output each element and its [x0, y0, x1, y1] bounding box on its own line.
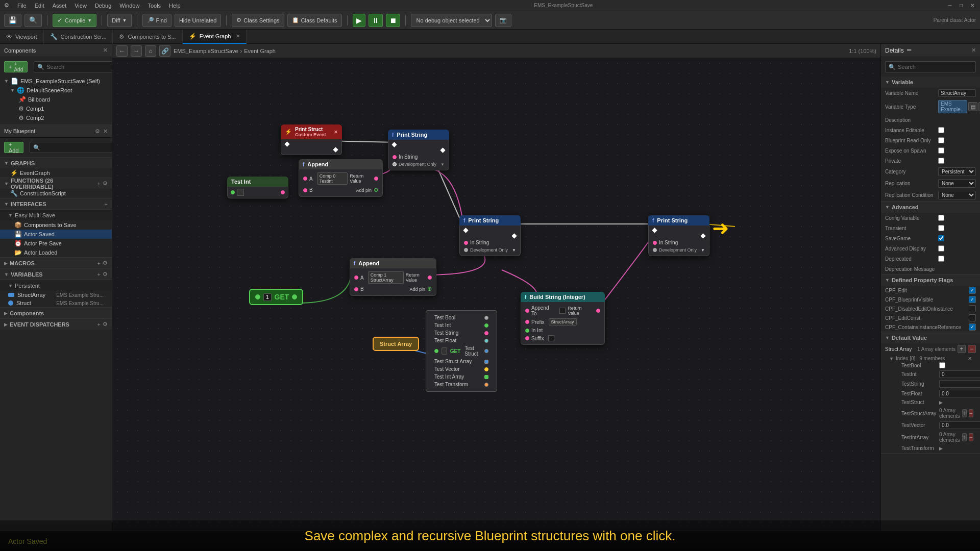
instance-editable-checkbox[interactable] — [938, 127, 944, 133]
breadcrumb-child[interactable]: Event Graph — [244, 48, 276, 54]
nav-forward-button[interactable]: → — [131, 45, 142, 57]
tab-close-icon[interactable]: ✕ — [236, 33, 240, 39]
components-close-button[interactable]: ✕ — [103, 47, 108, 54]
cpf-edit-checkbox[interactable] — [969, 287, 976, 294]
index-0-remove[interactable]: ✕ — [968, 356, 972, 361]
build-string-node[interactable]: f Build String (Integer) Append To Retur… — [521, 292, 605, 345]
tree-default-scene-root[interactable]: ▼ 🌐 DefaultSceneRoot — [0, 86, 112, 95]
menu-file[interactable]: File — [17, 3, 27, 9]
nav-back-button[interactable]: ← — [116, 45, 128, 57]
event-graph-item[interactable]: ⚡ EventGraph — [0, 168, 112, 178]
menu-window[interactable]: Window — [119, 3, 139, 9]
functions-add-icon[interactable]: + — [97, 181, 101, 187]
test-int-node[interactable]: Test Int — [227, 177, 288, 198]
debug-extra-button[interactable]: 📷 — [495, 14, 511, 27]
minimize-button[interactable]: ─ — [946, 2, 953, 9]
browse-button[interactable]: 🔍 — [24, 14, 42, 27]
details-search-input[interactable] — [898, 64, 972, 70]
macros-section-header[interactable]: ▶ MACROS + ⚙ — [0, 257, 112, 268]
add-blueprint-button[interactable]: + Add — [4, 142, 23, 153]
cpf-edit-const-checkbox[interactable] — [969, 314, 976, 321]
debug-object-select[interactable]: No debug object selected — [411, 14, 492, 27]
advanced-display-checkbox[interactable] — [938, 245, 944, 252]
teststructarray-remove-btn[interactable]: − — [969, 409, 973, 417]
variables-add-icon[interactable]: + — [97, 271, 101, 278]
advanced-section-header[interactable]: ▼ Advanced — [881, 202, 980, 213]
append-2-node[interactable]: f Append A Comp 1 StructArray Return Val… — [350, 258, 436, 296]
property-flags-header[interactable]: ▼ Defined Property Flags — [881, 274, 980, 286]
hide-unrelated-button[interactable]: Hide Unrelated — [175, 14, 221, 27]
macros-add-icon[interactable]: + — [97, 260, 101, 266]
print-string-2-node[interactable]: f Print String In String — [459, 215, 521, 256]
breadcrumb-root[interactable]: EMS_ExampleStructSave — [174, 48, 238, 54]
private-checkbox[interactable] — [938, 158, 944, 164]
print-string-3-node[interactable]: f Print String In String — [648, 215, 709, 256]
compile-button[interactable]: ✓ Compile ▼ — [53, 14, 96, 27]
functions-section-header[interactable]: ▼ FUNCTIONS (26 OVERRIDABLE) + ⚙ — [0, 178, 112, 189]
save-button[interactable]: 💾 — [4, 14, 21, 27]
component-search-input[interactable] — [46, 64, 112, 70]
expose-on-spawn-checkbox[interactable] — [938, 147, 944, 154]
get-1-node[interactable]: 1 GET — [249, 289, 303, 305]
pause-button[interactable]: ⏸ — [369, 14, 383, 27]
default-value-header[interactable]: ▼ Default Value — [881, 332, 980, 343]
tree-comp2[interactable]: ⚙ Comp2 — [0, 113, 112, 122]
print-string-1-node[interactable]: f Print String In String — [388, 130, 449, 170]
graphs-section-header[interactable]: ▼ GRAPHS — [0, 157, 112, 168]
event-dispatchers-header[interactable]: ▶ EVENT DISPATCHERS + ⚙ — [0, 318, 112, 330]
variable-section-header[interactable]: ▼ Variable — [881, 77, 980, 88]
cpf-contains-instance-checkbox[interactable] — [969, 323, 976, 331]
append-1-node[interactable]: f Append A Comp 0 Testint Return Value B — [299, 159, 383, 197]
struct-array-variable[interactable]: StructArray EMS Example Stru... — [0, 291, 112, 299]
actor-loaded-item[interactable]: 📂 Actor Loaded — [0, 248, 112, 257]
menu-help[interactable]: Help — [169, 3, 181, 9]
tab-construction-script[interactable]: 🔧 Construction Scr... — [44, 30, 113, 44]
tab-viewport[interactable]: 👁 Viewport — [0, 30, 44, 44]
components-to-save-item[interactable]: 📦 Components to Save — [0, 220, 112, 230]
category-select[interactable]: Persistent — [938, 167, 976, 176]
teststring-sub-input[interactable] — [939, 380, 980, 388]
deprecated-checkbox[interactable] — [938, 256, 944, 262]
variable-type-box[interactable]: EMS Example... — [938, 100, 967, 113]
variable-name-input[interactable] — [938, 89, 976, 97]
append-2-add-pin[interactable]: Add pin — [409, 287, 425, 292]
struct-variable[interactable]: Struct EMS Example Stru... — [0, 299, 112, 307]
blueprint-search-input[interactable] — [42, 144, 112, 151]
tree-comp1[interactable]: ⚙ Comp1 — [0, 104, 112, 113]
interfaces-add-icon[interactable]: + — [105, 201, 108, 207]
replication-condition-select[interactable]: None — [938, 191, 976, 199]
construction-script-item[interactable]: 🔧 ConstructionScript — [0, 189, 112, 198]
class-defaults-button[interactable]: 📋 Class Defaults — [287, 14, 342, 27]
index-0-header[interactable]: ▼ Index [0] 9 members ✕ — [889, 356, 972, 361]
play-button[interactable]: ▶ — [353, 14, 365, 27]
menu-asset[interactable]: Asset — [53, 3, 67, 9]
print-struct-close[interactable]: ✕ — [334, 130, 338, 135]
menu-tools[interactable]: Tools — [148, 3, 161, 9]
tab-event-graph[interactable]: ⚡ Event Graph ✕ — [183, 30, 247, 44]
details-search-box[interactable]: 🔍 — [885, 61, 976, 72]
nav-home-button[interactable]: ⌂ — [145, 45, 156, 57]
blueprint-canvas[interactable]: ⚡ Print Struct Custom Event ✕ — [112, 58, 880, 531]
save-game-checkbox[interactable] — [938, 235, 944, 241]
interfaces-section-header[interactable]: ▼ INTERFACES + — [0, 198, 112, 209]
cpf-disabled-edit-checkbox[interactable] — [969, 305, 976, 312]
config-variable-checkbox[interactable] — [938, 215, 944, 221]
cpf-blueprint-visible-checkbox[interactable] — [969, 296, 976, 303]
component-search-box[interactable]: 🔍 — [34, 61, 112, 72]
menu-debug[interactable]: Debug — [95, 3, 111, 9]
tab-components-to-s[interactable]: ⚙ Components to S... — [113, 30, 182, 44]
details-close-button[interactable]: ✕ — [971, 47, 976, 54]
diff-button[interactable]: Diff ▼ — [107, 14, 131, 27]
my-blueprint-settings-icon[interactable]: ⚙ — [95, 128, 100, 135]
ps1-dev-dropdown[interactable]: ▼ — [440, 162, 445, 167]
maximize-button[interactable]: □ — [958, 2, 965, 9]
testintarray-remove-btn[interactable]: − — [969, 433, 973, 441]
menu-edit[interactable]: Edit — [35, 3, 44, 9]
ps2-dropdown[interactable]: ▼ — [512, 248, 516, 253]
testbool-sub-checkbox[interactable] — [939, 362, 945, 368]
ed-add-icon[interactable]: + — [97, 321, 101, 328]
testfloat-sub-input[interactable] — [939, 390, 980, 397]
blueprint-search-box[interactable]: 🔍 — [30, 142, 112, 153]
print-struct-node[interactable]: ⚡ Print Struct Custom Event ✕ — [281, 124, 342, 155]
teststructarray-add-btn[interactable]: + — [962, 409, 967, 417]
